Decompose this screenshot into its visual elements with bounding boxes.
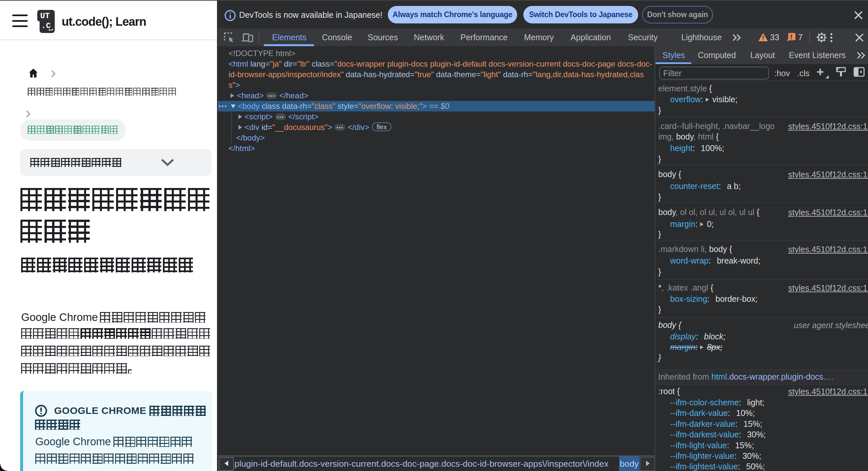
svg-text:UT: UT: [40, 11, 50, 21]
svg-text:.C: .C: [41, 22, 51, 30]
